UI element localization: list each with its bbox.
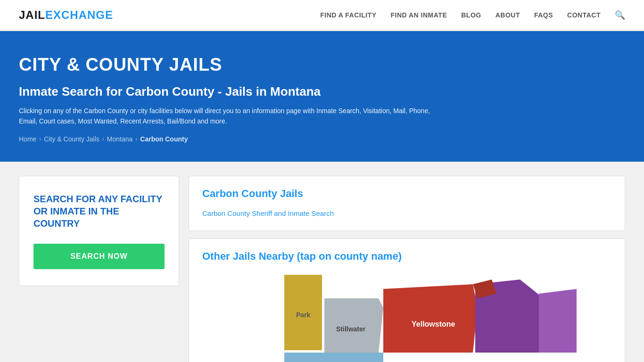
nav-contact[interactable]: CONTACT [567,11,601,19]
right-panel: Carbon County Jails Carbon County Sherif… [189,176,625,362]
breadcrumb-home[interactable]: Home [19,135,36,143]
nav-faqs[interactable]: FAQs [534,11,553,19]
site-header: JAILEXCHANGE FIND A FACILITY FIND AN INM… [0,0,644,31]
page-title: CITY & COUNTY JAILS [19,55,625,75]
left-panel: SEARCH FOR ANY FACILITY OR INMATE IN THE… [19,176,179,362]
nearby-jails-card: Other Jails Nearby (tap on county name) … [189,239,625,362]
breadcrumb-city-county[interactable]: City & County Jails [44,135,99,143]
logo-exchange-text: EXCHANGE [45,8,113,21]
purple-county-ext [539,289,577,353]
nearby-jails-title: Other Jails Nearby (tap on county name) [202,250,611,263]
nav-blog[interactable]: BLOG [461,11,481,19]
logo-jail-text: JAIL [19,8,45,21]
search-now-button[interactable]: SEARCH NOW [33,244,165,269]
breadcrumb-sep-3: › [135,136,137,142]
park-county-label: Park [296,311,311,319]
nav-find-inmate[interactable]: FIND AN INMATE [390,11,447,19]
breadcrumb-sep-1: › [39,136,41,142]
hero-section: CITY & COUNTY JAILS Inmate Search for Ca… [0,31,644,162]
search-icon-button[interactable]: 🔍 [615,10,625,20]
map-container: Park Stillwater Yellowstone [202,270,611,362]
hero-description: Clicking on any of the Carbon County or … [19,106,443,127]
yellowstone-county-label: Yellowstone [412,320,455,328]
carbon-county-shape [284,353,383,362]
search-widget: SEARCH FOR ANY FACILITY OR INMATE IN THE… [19,176,179,286]
stillwater-county-label: Stillwater [336,325,366,333]
search-widget-title: SEARCH FOR ANY FACILITY OR INMATE IN THE… [33,193,165,230]
carbon-county-card-title: Carbon County Jails [202,188,611,200]
main-content: SEARCH FOR ANY FACILITY OR INMATE IN THE… [0,162,644,362]
nav-about[interactable]: ABOUT [495,11,520,19]
carbon-county-sheriff-link[interactable]: Carbon County Sheriff and Inmate Search [202,207,611,219]
breadcrumb-current: Carbon County [140,135,188,143]
breadcrumb-sep-2: › [102,136,104,142]
main-nav: FIND A FACILITY FIND AN INMATE BLOG ABOU… [320,10,625,20]
carbon-county-card: Carbon County Jails Carbon County Sherif… [189,176,625,231]
nav-find-facility[interactable]: FIND A FACILITY [320,11,376,19]
breadcrumb-state[interactable]: Montana [107,135,132,143]
page-subtitle: Inmate Search for Carbon County - Jails … [19,84,625,99]
breadcrumb: Home › City & County Jails › Montana › C… [19,135,625,143]
county-map: Park Stillwater Yellowstone [202,270,611,362]
logo[interactable]: JAILEXCHANGE [19,8,113,22]
yellowstone-county-shape[interactable] [383,284,478,353]
